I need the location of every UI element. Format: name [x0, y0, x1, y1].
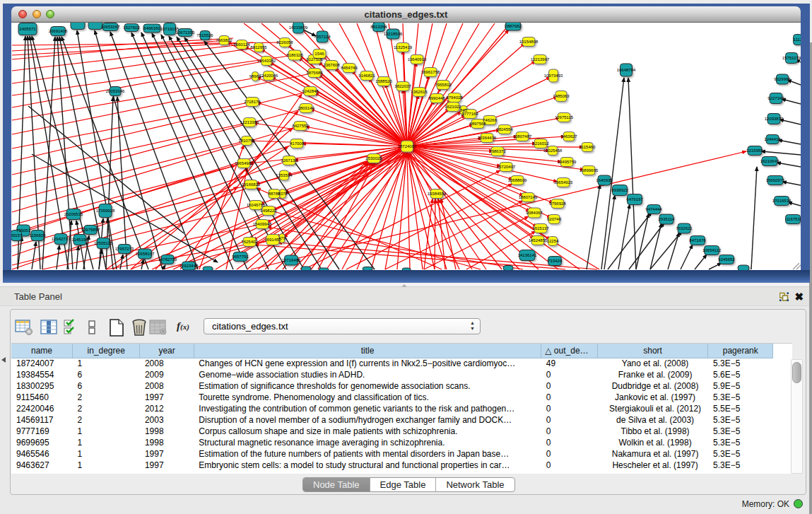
svg-text:8186328: 8186328: [286, 53, 303, 57]
svg-text:16046755: 16046755: [247, 203, 266, 207]
svg-text:10654112: 10654112: [702, 248, 722, 252]
svg-text:7515526: 7515526: [196, 33, 213, 37]
svg-text:733426: 733426: [548, 259, 563, 263]
svg-text:6479197: 6479197: [626, 197, 643, 201]
svg-text:7986372: 7986372: [489, 149, 506, 153]
svg-text:16648784: 16648784: [617, 68, 636, 72]
svg-text:9115460: 9115460: [579, 145, 596, 149]
svg-text:9146821: 9146821: [358, 74, 375, 78]
svg-text:1498222: 1498222: [260, 209, 277, 213]
svg-text:3824554: 3824554: [496, 127, 513, 132]
svg-text:9463627: 9463627: [560, 134, 577, 139]
svg-text:7632621: 7632621: [676, 226, 693, 230]
svg-text:6897568: 6897568: [469, 122, 486, 126]
svg-text:8813054: 8813054: [370, 25, 387, 29]
svg-text:15692971: 15692971: [766, 178, 785, 182]
svg-text:2405571: 2405571: [19, 27, 36, 31]
svg-text:10671355: 10671355: [176, 30, 195, 35]
svg-text:417008: 417008: [290, 141, 305, 146]
svg-text:15720407: 15720407: [497, 165, 516, 169]
svg-text:9474444: 9474444: [645, 207, 662, 211]
svg-text:98961: 98961: [249, 74, 261, 78]
svg-text:8471676: 8471676: [689, 238, 706, 243]
svg-text:3875685: 3875685: [306, 71, 323, 75]
svg-text:3267130: 3267130: [281, 158, 298, 163]
svg-text:93975857: 93975857: [81, 228, 100, 232]
svg-text:10688609: 10688609: [508, 178, 527, 182]
svg-text:1621022: 1621022: [445, 105, 461, 109]
svg-text:22420046: 22420046: [259, 74, 278, 78]
svg-text:6216012: 6216012: [532, 141, 549, 146]
svg-text:1244415: 1244415: [764, 137, 781, 141]
svg-text:19384554: 19384554: [428, 192, 447, 196]
svg-text:16782759: 16782759: [158, 257, 177, 262]
svg-text:9657791: 9657791: [232, 255, 249, 259]
svg-text:2803144: 2803144: [298, 106, 314, 110]
svg-text:12213967: 12213967: [531, 57, 550, 62]
svg-text:2935114: 2935114: [659, 217, 676, 221]
svg-text:1353594: 1353594: [276, 173, 293, 177]
svg-text:10958107: 10958107: [136, 252, 155, 256]
svg-text:6794028: 6794028: [446, 95, 463, 100]
svg-text:16210643: 16210643: [760, 159, 779, 163]
svg-text:19166822: 19166822: [242, 182, 261, 187]
svg-text:9084067: 9084067: [526, 211, 543, 215]
svg-text:8427552: 8427552: [292, 124, 309, 128]
svg-text:10899695: 10899695: [579, 168, 599, 173]
svg-text:20364436: 20364436: [478, 136, 497, 140]
svg-text:6466160: 6466160: [143, 26, 160, 30]
svg-text:15409948: 15409948: [253, 222, 272, 226]
svg-text:1145194: 1145194: [72, 238, 89, 242]
svg-text:16961758: 16961758: [421, 70, 440, 74]
svg-text:620746: 620746: [547, 217, 562, 221]
svg-text:735051: 735051: [16, 228, 31, 233]
svg-text:10807487: 10807487: [513, 134, 532, 139]
svg-text:2718176: 2718176: [244, 100, 261, 104]
svg-text:9127508: 9127508: [306, 57, 323, 62]
svg-text:2367608: 2367608: [323, 63, 340, 67]
svg-text:1691450: 1691450: [264, 238, 281, 242]
svg-text:8660124: 8660124: [233, 42, 250, 47]
svg-text:20053346: 20053346: [106, 89, 125, 93]
svg-text:9756928: 9756928: [549, 201, 566, 206]
svg-text:3215955: 3215955: [746, 148, 763, 153]
svg-text:16543382: 16543382: [257, 59, 276, 63]
svg-text:12975115: 12975115: [555, 115, 574, 119]
svg-text:1156829: 1156829: [30, 233, 47, 238]
svg-text:13218506: 13218506: [384, 32, 403, 36]
svg-text:19654923: 19654923: [554, 180, 573, 185]
svg-text:12942737: 12942737: [52, 237, 71, 241]
svg-text:7625402: 7625402: [241, 240, 258, 244]
svg-text:20691406: 20691406: [49, 29, 68, 33]
svg-text:1112: 1112: [794, 37, 801, 42]
svg-text:10653267: 10653267: [101, 25, 120, 29]
svg-text:17359928: 17359928: [96, 209, 115, 213]
svg-text:1362615: 1362615: [411, 90, 428, 94]
svg-text:12923448: 12923448: [180, 264, 199, 268]
svg-text:9777169: 9777169: [461, 112, 478, 116]
svg-text:11325419: 11325419: [394, 45, 413, 49]
svg-text:12213389: 12213389: [240, 120, 259, 124]
svg-text:8454749: 8454749: [341, 66, 358, 70]
svg-text:8938923: 8938923: [611, 188, 628, 192]
svg-text:2530025: 2530025: [365, 156, 382, 160]
svg-text:12505115: 12505115: [94, 241, 113, 245]
svg-text:7357224: 7357224: [314, 35, 331, 39]
svg-text:8912955: 8912955: [250, 45, 267, 49]
svg-text:8990448: 8990448: [428, 96, 445, 100]
svg-text:9227343: 9227343: [767, 96, 784, 100]
svg-text:14136141: 14136141: [518, 253, 537, 257]
svg-text:7663822: 7663822: [216, 38, 233, 42]
svg-text:88785: 88785: [269, 192, 281, 196]
svg-text:3822037: 3822037: [394, 84, 411, 88]
svg-text:13495759: 13495759: [558, 160, 577, 164]
svg-text:39157: 39157: [11, 233, 23, 238]
svg-text:116753: 116753: [786, 217, 800, 221]
svg-text:19654982: 19654982: [235, 161, 254, 165]
svg-text:18724007: 18724007: [398, 144, 417, 148]
svg-text:20206535: 20206535: [64, 212, 83, 216]
svg-text:9242848: 9242848: [302, 89, 319, 93]
svg-text:1527602: 1527602: [123, 25, 140, 30]
svg-text:10973493: 10973493: [544, 74, 563, 78]
svg-text:9329966: 9329966: [774, 77, 791, 81]
